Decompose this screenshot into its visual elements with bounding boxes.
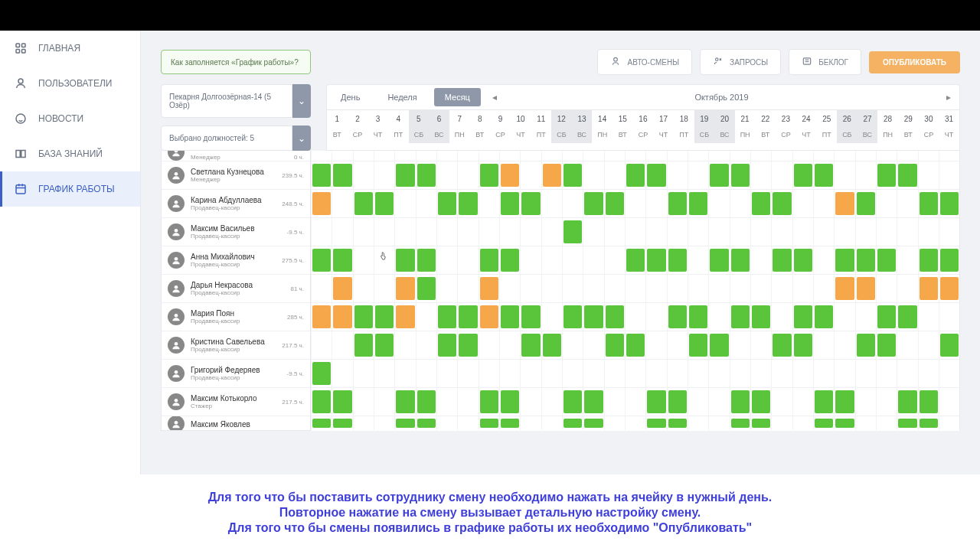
requests-button[interactable]: ЗАПРОСЫ xyxy=(700,49,781,75)
shift-cell[interactable] xyxy=(876,360,897,387)
shift-cell[interactable] xyxy=(311,303,332,331)
shift-cell[interactable] xyxy=(792,246,813,274)
auto-shifts-button[interactable]: АВТО-СМЕНЫ xyxy=(597,49,692,75)
shift-block[interactable] xyxy=(877,305,896,328)
sidebar-item-3[interactable]: БАЗА ЗНАНИЙ xyxy=(0,136,140,171)
shift-cell[interactable] xyxy=(562,331,583,359)
shift-cell[interactable] xyxy=(771,388,792,416)
shift-cell[interactable] xyxy=(374,246,394,274)
shift-cell[interactable] xyxy=(730,218,750,246)
period-tab-Неделя[interactable]: Неделя xyxy=(374,85,430,109)
shift-block[interactable] xyxy=(898,390,916,413)
shift-cell[interactable] xyxy=(436,161,457,189)
shift-block[interactable] xyxy=(835,277,854,300)
shift-cell[interactable] xyxy=(855,416,876,430)
shift-cell[interactable] xyxy=(688,246,708,274)
shift-cell[interactable] xyxy=(708,218,729,246)
shift-cell[interactable] xyxy=(730,190,750,217)
shift-block[interactable] xyxy=(438,192,456,215)
shift-block[interactable] xyxy=(857,277,875,300)
shift-block[interactable] xyxy=(710,164,728,187)
shift-cell[interactable] xyxy=(939,275,959,302)
positions-filter[interactable]: Выбрано должностей: 5 ⌄ xyxy=(161,126,311,151)
shift-cell[interactable] xyxy=(541,218,562,246)
shift-cell[interactable] xyxy=(436,151,457,161)
shift-cell[interactable] xyxy=(436,303,457,331)
shift-block[interactable] xyxy=(940,249,959,272)
shift-cell[interactable] xyxy=(499,416,520,430)
shift-block[interactable] xyxy=(940,192,959,215)
shift-cell[interactable] xyxy=(688,190,708,217)
shift-cell[interactable] xyxy=(520,151,541,161)
shift-cell[interactable] xyxy=(876,161,897,189)
shift-cell[interactable] xyxy=(645,388,666,416)
shift-cell[interactable] xyxy=(792,416,813,430)
employee-row[interactable]: Мария ПоянПродавец-кассир285 ч. xyxy=(162,303,310,331)
shift-cell[interactable] xyxy=(457,275,478,302)
shift-cell[interactable] xyxy=(353,246,374,274)
shift-cell[interactable] xyxy=(520,416,541,430)
shift-cell[interactable] xyxy=(939,190,959,217)
shift-cell[interactable] xyxy=(520,303,541,331)
shift-cell[interactable] xyxy=(688,161,708,189)
chevron-down-icon[interactable]: ⌄ xyxy=(292,84,311,118)
shift-cell[interactable] xyxy=(604,388,625,416)
period-tab-День[interactable]: День xyxy=(327,85,374,109)
shift-cell[interactable] xyxy=(834,416,854,430)
shift-cell[interactable] xyxy=(436,360,457,387)
employee-row[interactable]: Светлана КузнецоваМенеджер239.5 ч. xyxy=(162,161,310,190)
shift-cell[interactable] xyxy=(645,360,666,387)
shift-block[interactable] xyxy=(564,419,582,428)
shift-cell[interactable] xyxy=(667,416,688,430)
shift-cell[interactable] xyxy=(520,331,541,359)
shift-cell[interactable] xyxy=(855,218,876,246)
shift-cell[interactable] xyxy=(645,190,666,217)
shift-cell[interactable] xyxy=(604,360,625,387)
shift-cell[interactable] xyxy=(813,331,834,359)
shift-cell[interactable] xyxy=(416,388,436,416)
shift-cell[interactable] xyxy=(457,303,478,331)
shift-cell[interactable] xyxy=(730,151,750,161)
shift-block[interactable] xyxy=(375,192,394,215)
shift-block[interactable] xyxy=(773,192,791,215)
shift-cell[interactable] xyxy=(457,218,478,246)
shift-cell[interactable] xyxy=(625,161,645,189)
shift-block[interactable] xyxy=(564,164,582,187)
shift-cell[interactable] xyxy=(499,161,520,189)
shift-cell[interactable] xyxy=(436,331,457,359)
shift-cell[interactable] xyxy=(583,331,603,359)
shift-cell[interactable] xyxy=(604,161,625,189)
shift-block[interactable] xyxy=(312,362,331,385)
shift-cell[interactable] xyxy=(353,218,374,246)
shift-cell[interactable] xyxy=(897,331,917,359)
shift-cell[interactable] xyxy=(667,218,688,246)
shift-cell[interactable] xyxy=(813,151,834,161)
shift-block[interactable] xyxy=(731,305,750,328)
shift-cell[interactable] xyxy=(332,275,352,302)
shift-cell[interactable] xyxy=(541,303,562,331)
shift-cell[interactable] xyxy=(792,218,813,246)
shift-cell[interactable] xyxy=(583,416,603,430)
shift-cell[interactable] xyxy=(813,388,834,416)
shift-cell[interactable] xyxy=(792,331,813,359)
shift-cell[interactable] xyxy=(918,275,939,302)
shift-cell[interactable] xyxy=(771,416,792,430)
shift-cell[interactable] xyxy=(855,331,876,359)
shift-block[interactable] xyxy=(354,192,373,215)
shift-block[interactable] xyxy=(794,249,812,272)
publish-button[interactable]: ОПУБЛИКОВАТЬ xyxy=(869,51,960,73)
shift-block[interactable] xyxy=(877,334,896,357)
shift-block[interactable] xyxy=(710,334,728,357)
shift-cell[interactable] xyxy=(499,388,520,416)
shift-cell[interactable] xyxy=(353,416,374,430)
shift-block[interactable] xyxy=(396,390,414,413)
shift-cell[interactable] xyxy=(708,388,729,416)
shift-block[interactable] xyxy=(396,164,414,187)
shift-cell[interactable] xyxy=(730,275,750,302)
shift-cell[interactable] xyxy=(730,360,750,387)
shift-cell[interactable] xyxy=(939,416,959,430)
shift-cell[interactable] xyxy=(645,416,666,430)
shift-cell[interactable] xyxy=(939,303,959,331)
shift-cell[interactable] xyxy=(353,360,374,387)
shift-cell[interactable] xyxy=(625,303,645,331)
